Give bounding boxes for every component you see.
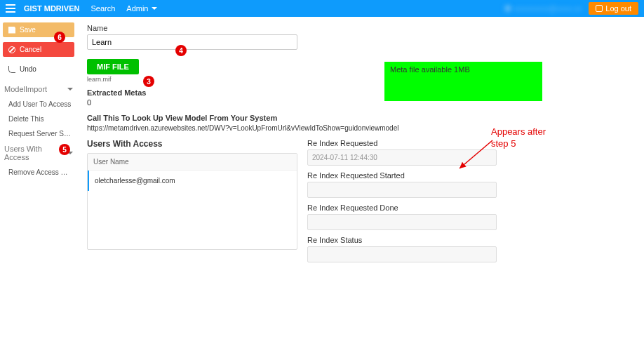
name-label: Name	[87, 24, 634, 32]
sidebar-item-delete[interactable]: Delete This	[3, 112, 74, 126]
save-icon	[8, 27, 15, 34]
sidebar-section-modelimport[interactable]: ModelImport	[3, 81, 74, 97]
mif-file-button[interactable]: MIF FILE	[87, 59, 139, 74]
app-header: GIST MDRIVEN Search Admin xxxxxxxxx@xxxx…	[0, 0, 644, 17]
reindex-started-input[interactable]	[307, 182, 497, 198]
table-row[interactable]: oletcharlesse@gmail.com	[88, 171, 297, 191]
hamburger-icon[interactable]	[6, 2, 18, 15]
annotation-arrow-icon	[454, 137, 496, 175]
app-title[interactable]: GIST MDRIVEN	[24, 4, 79, 13]
chevron-down-icon	[152, 7, 157, 10]
admin-dropdown[interactable]: Admin	[126, 4, 156, 13]
sidebar-item-add-user[interactable]: Add User To Access	[3, 97, 74, 112]
reindex-status-input[interactable]	[307, 246, 497, 262]
logout-icon	[596, 5, 603, 12]
lookup-heading: Call This To Look Up View Model From You…	[87, 114, 634, 122]
annotation-badge-6: 6	[54, 32, 65, 43]
undo-icon	[8, 66, 15, 73]
extracted-metas-label: Extracted Metas	[87, 88, 634, 97]
chevron-down-icon	[67, 88, 73, 91]
annotation-callout: Appears after step 5	[491, 126, 546, 150]
sidebar-item-remove-access[interactable]: Remove Access From User	[3, 165, 74, 180]
cancel-icon	[8, 46, 15, 53]
reindex-done-input[interactable]	[307, 214, 497, 230]
undo-button[interactable]: Undo	[3, 62, 74, 76]
reindex-done-label: Re Index Requested Done	[307, 204, 497, 212]
cancel-button[interactable]: Cancel	[3, 42, 74, 57]
user-icon	[504, 5, 511, 12]
user-email: xxxxxxxxx@xxxx.xx	[514, 4, 582, 13]
svg-line-0	[459, 140, 492, 168]
lookup-url: https://metamdriven.azurewebsites.net/DW…	[87, 124, 634, 132]
sidebar-item-request-server[interactable]: Request Server Side I...	[3, 126, 74, 141]
annotation-badge-4: 4	[175, 45, 187, 56]
name-input[interactable]	[87, 34, 297, 50]
search-link[interactable]: Search	[90, 4, 115, 13]
admin-label: Admin	[126, 4, 148, 13]
meta-status-banner: Meta file available 1MB	[384, 62, 542, 101]
users-table: User Name oletcharlesse@gmail.com	[87, 153, 297, 250]
extracted-metas-value: 0	[87, 98, 634, 107]
main-content: Name MIF FILE learn.mif Extracted Metas …	[77, 17, 644, 275]
users-column-header: User Name	[88, 154, 297, 171]
mif-filename: learn.mif	[87, 76, 634, 83]
annotation-badge-3: 3	[143, 76, 154, 87]
reindex-status-label: Re Index Status	[307, 236, 497, 244]
logout-button[interactable]: Log out	[589, 2, 638, 15]
users-panel-title: Users With Access	[87, 139, 297, 149]
annotation-badge-5: 5	[59, 144, 70, 155]
